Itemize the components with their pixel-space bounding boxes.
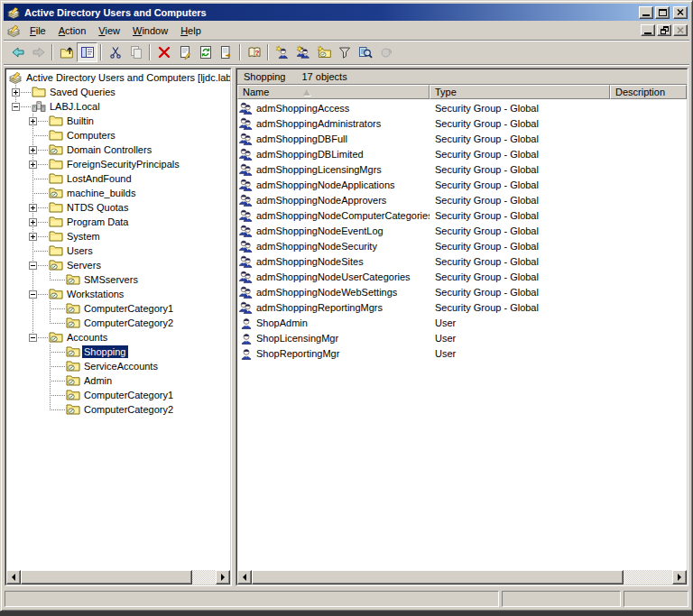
list-item[interactable]: admShoppingNodeSitesSecurity Group - Glo… (237, 253, 687, 269)
tree-item-label[interactable]: Domain Controllers (65, 143, 153, 156)
tree-item-label[interactable]: Program Data (65, 216, 130, 228)
help-button[interactable] (244, 42, 264, 62)
tree-item[interactable]: ForeignSecurityPrincipals (6, 157, 230, 171)
tree-expander-plus[interactable] (29, 233, 37, 241)
tree-item-label[interactable]: Users (65, 244, 95, 257)
list-item[interactable]: ShopReportingMgrUser (237, 345, 687, 361)
object-name-cell[interactable]: admShoppingReportingMgrs (237, 300, 430, 315)
scroll-right-button[interactable] (216, 570, 230, 584)
tree-item[interactable]: Builtin (6, 114, 230, 128)
tree-item-label[interactable]: ServiceAccounts (82, 360, 160, 372)
tree-item[interactable]: LABJ.Local (6, 99, 230, 114)
tree-item[interactable]: ComputerCategory1 (6, 301, 230, 316)
tree-item-label[interactable]: ComputerCategory1 (82, 389, 175, 401)
tree-item-label[interactable]: LABJ.Local (48, 100, 102, 113)
export-list-button[interactable] (216, 42, 236, 62)
scrollbar-thumb[interactable] (252, 570, 624, 584)
show-console-tree-button[interactable] (77, 42, 97, 62)
tree-item[interactable]: Active Directory Users and Computers [lj… (6, 70, 230, 85)
tree-item[interactable]: Servers (6, 258, 230, 272)
list-item[interactable]: admShoppingDBLimitedSecurity Group - Glo… (237, 146, 687, 161)
tree-item-label[interactable]: Active Directory Users and Computers [lj… (24, 71, 230, 84)
column-header-type[interactable]: Type (430, 85, 610, 99)
tree-item-label[interactable]: Admin (82, 374, 114, 387)
filter-button[interactable] (334, 42, 355, 62)
tree-expander-plus[interactable] (29, 161, 37, 169)
find-button[interactable] (355, 42, 375, 62)
tree-item-label[interactable]: Servers (65, 259, 103, 271)
list-item[interactable]: admShoppingAccessSecurity Group - Global (237, 100, 687, 115)
list-item[interactable]: admShoppingAdministratorsSecurity Group … (237, 115, 687, 131)
tree-item-label[interactable]: LostAndFound (65, 172, 134, 185)
tree-item-label[interactable]: Shopping (82, 345, 128, 358)
tree-item-label[interactable]: ComputerCategory2 (82, 403, 175, 416)
list-item[interactable]: admShoppingNodeApproversSecurity Group -… (237, 192, 687, 207)
list-item[interactable]: admShoppingNodeUserCategoriesSecurity Gr… (237, 269, 687, 284)
tree-expander-plus[interactable] (12, 88, 20, 97)
list-item[interactable]: admShoppingNodeWebSettingsSecurity Group… (237, 284, 687, 299)
menu-window[interactable]: Window (126, 23, 174, 39)
list-item[interactable]: admShoppingNodeComputerCategoriesSecurit… (237, 207, 687, 223)
list-item[interactable]: ShopAdminUser (237, 315, 687, 330)
tree-item-label[interactable]: Builtin (65, 115, 96, 127)
object-name-cell[interactable]: admShoppingAccess (237, 101, 430, 115)
tree-item-label[interactable]: ForeignSecurityPrincipals (65, 158, 181, 170)
list-item[interactable]: admShoppingDBFullSecurity Group - Global (237, 131, 687, 146)
tree-expander-minus[interactable] (29, 262, 37, 270)
tree-item-label[interactable]: Computers (65, 129, 117, 142)
tree-item[interactable]: Program Data (6, 215, 230, 229)
list-horizontal-scrollbar[interactable] (237, 570, 687, 584)
tree-item[interactable]: ServiceAccounts (6, 359, 230, 373)
tree-item-label[interactable]: ComputerCategory1 (82, 302, 175, 315)
maximize-button[interactable] (655, 6, 670, 19)
tree-item[interactable]: ComputerCategory1 (6, 388, 230, 402)
scrollbar-track[interactable] (192, 570, 216, 584)
menu-action[interactable]: Action (52, 23, 93, 39)
object-name-cell[interactable]: admShoppingNodeUserCategories (237, 270, 430, 284)
object-name-cell[interactable]: admShoppingAdministrators (237, 116, 430, 131)
object-name-cell[interactable]: ShopAdmin (237, 316, 430, 330)
menu-file[interactable]: File (23, 23, 52, 39)
object-name-cell[interactable]: admShoppingNodeApprovers (237, 193, 430, 207)
tree-item-label[interactable]: NTDS Quotas (65, 201, 130, 214)
close-button[interactable] (673, 6, 688, 19)
tree-item[interactable]: Admin (6, 373, 230, 388)
tree-expander-plus[interactable] (29, 146, 37, 154)
tree-expander-plus[interactable] (29, 204, 37, 212)
object-name-cell[interactable]: admShoppingDBLimited (237, 147, 430, 161)
tree-item[interactable]: Saved Queries (6, 85, 230, 99)
object-name-cell[interactable]: admShoppingNodeSites (237, 254, 430, 269)
cut-button[interactable] (105, 42, 125, 62)
tree-item[interactable]: NTDS Quotas (6, 200, 230, 215)
new-ou-button[interactable] (313, 42, 334, 62)
object-name-cell[interactable]: admShoppingNodeComputerCategories (237, 208, 430, 223)
object-name-cell[interactable]: admShoppingNodeEventLog (237, 224, 430, 238)
scroll-left-button[interactable] (237, 570, 252, 584)
tree-expander-plus[interactable] (29, 218, 37, 226)
mdi-restore-button[interactable] (657, 24, 671, 36)
tree-item[interactable]: SMSservers (6, 272, 230, 287)
tree-horizontal-scrollbar[interactable] (6, 570, 230, 584)
tree-item[interactable]: Users (6, 244, 230, 258)
properties-button[interactable] (174, 42, 195, 62)
menu-help[interactable]: Help (174, 23, 208, 39)
scrollbar-thumb[interactable] (21, 570, 192, 584)
list-item[interactable]: admShoppingNodeEventLogSecurity Group - … (237, 223, 687, 238)
mdi-close-button[interactable] (673, 24, 688, 36)
scroll-left-button[interactable] (6, 570, 21, 584)
object-name-cell[interactable]: admShoppingNodeSecurity (237, 239, 430, 253)
back-arrow-button[interactable] (7, 42, 28, 62)
new-user-button[interactable] (272, 42, 292, 62)
object-name-cell[interactable]: ShopLicensingMgr (237, 331, 430, 345)
object-name-cell[interactable]: admShoppingLicensingMgrs (237, 162, 430, 177)
up-one-level-button[interactable] (56, 42, 77, 62)
tree-item[interactable]: ComputerCategory2 (6, 402, 230, 417)
menu-view[interactable]: View (92, 23, 126, 39)
tree-item-label[interactable]: Accounts (65, 331, 109, 344)
list-item[interactable]: admShoppingReportingMgrsSecurity Group -… (237, 299, 687, 315)
mdi-minimize-button[interactable] (641, 24, 655, 36)
tree-expander-minus[interactable] (29, 290, 37, 299)
tree-item[interactable]: machine_builds (6, 186, 230, 200)
tree-item[interactable]: Computers (6, 128, 230, 143)
scrollbar-track[interactable] (624, 570, 672, 584)
